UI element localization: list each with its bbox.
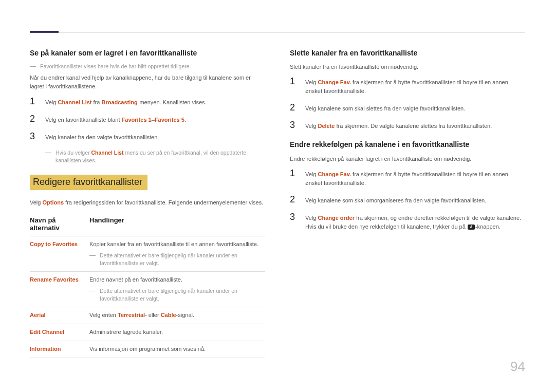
section-heading: Endre rekkefølgen på kanalene i en favor… bbox=[290, 140, 525, 149]
two-column-layout: Se på kanaler som er lagret i en favorit… bbox=[30, 48, 525, 358]
step-2: 2 Velg en favorittkanalliste blant Favor… bbox=[30, 114, 265, 124]
step-text: Velg Channel List fra Broadcasting-menye… bbox=[45, 98, 207, 107]
note-text: Dette alternativet er bare tilgjengelig … bbox=[100, 287, 262, 303]
text-fragment: Velg bbox=[305, 123, 318, 129]
step-text: Velg kanalene som skal omorganiseres fra… bbox=[305, 196, 486, 205]
text-fragment: Velg bbox=[305, 79, 318, 85]
step-3: 3 Velg Change order fra skjermen, og end… bbox=[290, 212, 525, 231]
note-text: Favorittkanallister vises bare hvis de h… bbox=[40, 63, 191, 70]
keyword: Change Fav. bbox=[318, 79, 351, 85]
keyword: Cable bbox=[161, 312, 176, 318]
table-row: Copy to Favorites Kopier kanaler fra en … bbox=[30, 236, 265, 271]
option-desc: Administrere lagrede kanaler. bbox=[89, 324, 265, 341]
text-fragment: Velg bbox=[30, 199, 42, 206]
option-name: Aerial bbox=[30, 312, 46, 318]
note: ― Hvis du velger Channel List mens du se… bbox=[45, 149, 265, 164]
step-number: 2 bbox=[290, 195, 298, 204]
option-desc: Vis informasjon om programmet som vises … bbox=[89, 341, 265, 358]
keyword: Broadcasting bbox=[101, 99, 137, 105]
left-column: Se på kanaler som er lagret i en favorit… bbox=[30, 48, 265, 358]
step-1: 1 Velg Change Fav. fra skjermen for å by… bbox=[290, 77, 525, 96]
keyword: Change Fav. bbox=[318, 171, 351, 177]
text-fragment: -knappen. bbox=[475, 223, 501, 230]
step-2: 2 Velg kanalene som skal slettes fra den… bbox=[290, 103, 525, 113]
keyword: Change order bbox=[318, 215, 355, 221]
note-dash-icon: ― bbox=[89, 252, 97, 267]
keyword: Channel List bbox=[91, 150, 123, 156]
table-header: Navn på alternativ bbox=[30, 212, 89, 236]
text-fragment: fra redigeringssiden for favorittkanalli… bbox=[64, 199, 263, 206]
text-fragment: -signal. bbox=[176, 312, 194, 318]
step-text: Velg Change order fra skjermen, og endre… bbox=[305, 214, 525, 231]
step-number: 3 bbox=[290, 120, 298, 129]
step-number: 1 bbox=[30, 97, 38, 106]
step-3: 3 Velg kanaler fra den valgte favorittka… bbox=[30, 132, 265, 142]
step-text: Velg Change Fav. fra skjermen for å bytt… bbox=[305, 170, 525, 188]
text-fragment: Velg bbox=[45, 99, 58, 105]
option-desc: Endre navnet på en favorittkanalliste. ―… bbox=[89, 272, 265, 307]
note: ― Favorittkanallister vises bare hvis de… bbox=[30, 63, 265, 70]
step-3: 3 Velg Delete fra skjermen. De valgte ka… bbox=[290, 120, 525, 130]
keyword: Terrestrial bbox=[118, 312, 145, 318]
page-number: 94 bbox=[510, 359, 525, 375]
highlighted-heading: Redigere favorittkanallister bbox=[30, 175, 147, 190]
note: ― Dette alternativet er bare tilgjengeli… bbox=[89, 252, 262, 267]
text-fragment: -menyen. Kanallisten vises. bbox=[138, 99, 207, 105]
keyword: Favorites 1 bbox=[122, 117, 152, 123]
step-number: 2 bbox=[30, 114, 38, 123]
option-name: Copy to Favorites bbox=[30, 241, 78, 247]
text-fragment: Endre navnet på en favorittkanalliste. bbox=[89, 276, 182, 283]
note-text: Dette alternativet er bare tilgjengelig … bbox=[100, 252, 262, 267]
section-heading: Slette kanaler fra en favorittkanalliste bbox=[290, 48, 525, 58]
table-header: Handlinger bbox=[89, 212, 265, 236]
step-text: Velg kanaler fra den valgte favorittkana… bbox=[45, 133, 159, 142]
step-text: Velg kanalene som skal slettes fra den v… bbox=[305, 104, 465, 113]
step-number: 1 bbox=[290, 77, 298, 86]
document-page: Se på kanaler som er lagret i en favorit… bbox=[0, 0, 555, 392]
step-1: 1 Velg Channel List fra Broadcasting-men… bbox=[30, 97, 265, 107]
intro-text: Endre rekkefølgen på kanaler lagret i en… bbox=[290, 155, 525, 163]
text-fragment: Velg enten bbox=[89, 312, 118, 318]
right-column: Slette kanaler fra en favorittkanalliste… bbox=[290, 48, 525, 358]
note-text: Hvis du velger Channel List mens du ser … bbox=[55, 149, 265, 164]
enter-button-icon bbox=[468, 225, 475, 230]
step-number: 3 bbox=[290, 212, 298, 221]
intro-text: Slett kanaler fra en favorittkanalliste … bbox=[290, 63, 525, 71]
step-number: 1 bbox=[290, 169, 298, 178]
options-table: Navn på alternativ Handlinger Copy to Fa… bbox=[30, 212, 265, 359]
text-fragment: - eller bbox=[145, 312, 161, 318]
keyword: Channel List bbox=[58, 99, 91, 105]
note-dash-icon: ― bbox=[45, 149, 52, 164]
table-row: Information Vis informasjon om programme… bbox=[30, 341, 265, 358]
step-text: Velg Change Fav. fra skjermen for å bytt… bbox=[305, 78, 525, 96]
note-dash-icon: ― bbox=[30, 63, 37, 70]
text-fragment: Velg en favorittkanalliste blant bbox=[45, 117, 122, 123]
step-text: Velg en favorittkanalliste blant Favorit… bbox=[45, 116, 186, 124]
table-row: Aerial Velg enten Terrestrial- eller Cab… bbox=[30, 307, 265, 324]
text-fragment: . bbox=[184, 117, 186, 123]
step-number: 2 bbox=[290, 103, 298, 112]
intro-text: Velg Options fra redigeringssiden for fa… bbox=[30, 198, 265, 207]
keyword: Delete bbox=[318, 123, 335, 129]
note-dash-icon: ― bbox=[89, 287, 97, 303]
step-number: 3 bbox=[30, 132, 38, 141]
option-desc: Velg enten Terrestrial- eller Cable-sign… bbox=[89, 307, 265, 324]
table-row: Edit Channel Administrere lagrede kanale… bbox=[30, 324, 265, 341]
intro-text: Når du endrer kanal ved hjelp av kanalkn… bbox=[30, 73, 265, 91]
note: ― Dette alternativet er bare tilgjengeli… bbox=[89, 287, 262, 303]
text-fragment: Kopier kanaler fra en favorittkanalliste… bbox=[89, 241, 258, 247]
step-text: Velg Delete fra skjermen. De valgte kana… bbox=[305, 122, 492, 130]
option-desc: Kopier kanaler fra en favorittkanalliste… bbox=[89, 236, 265, 271]
step-2: 2 Velg kanalene som skal omorganiseres f… bbox=[290, 195, 525, 205]
keyword: Options bbox=[42, 199, 64, 206]
header-rule bbox=[30, 32, 525, 32]
step-1: 1 Velg Change Fav. fra skjermen for å by… bbox=[290, 169, 525, 188]
option-name: Edit Channel bbox=[30, 329, 64, 335]
section-heading: Se på kanaler som er lagret i en favorit… bbox=[30, 48, 265, 58]
text-fragment: Velg bbox=[305, 215, 318, 221]
option-name: Information bbox=[30, 346, 61, 352]
text-fragment: Velg bbox=[305, 171, 318, 177]
text-fragment: fra bbox=[91, 99, 101, 105]
text-fragment: fra skjermen. De valgte kanalene slettes… bbox=[335, 123, 492, 129]
option-name: Rename Favorites bbox=[30, 276, 79, 283]
